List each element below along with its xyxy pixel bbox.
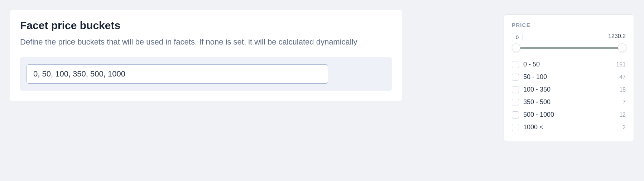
slider-track[interactable] [515, 47, 622, 49]
price-facet-card: PRICE 0 1230.2 0 - 50 151 [504, 14, 634, 142]
slider-handle-max[interactable] [618, 43, 626, 52]
facet-item-label: 350 - 500 [523, 98, 551, 106]
facet-title: PRICE [512, 22, 626, 28]
card-description: Define the price buckets that will be us… [20, 37, 392, 48]
slider-track-wrap [515, 43, 622, 52]
checkbox-icon[interactable] [512, 111, 519, 119]
checkbox-icon[interactable] [512, 86, 519, 93]
checkbox-icon[interactable] [512, 124, 519, 131]
facet-item-count: 47 [619, 74, 626, 80]
checkbox-icon[interactable] [512, 99, 519, 106]
facet-item[interactable]: 50 - 100 47 [512, 71, 626, 83]
page-root: Facet price buckets Define the price buc… [0, 0, 644, 181]
facet-item-label: 100 - 350 [523, 86, 551, 93]
price-buckets-input[interactable] [27, 64, 328, 84]
facet-item[interactable]: 0 - 50 151 [512, 58, 626, 71]
price-slider: 0 1230.2 [512, 33, 626, 54]
slider-max-value: 1230.2 [608, 33, 626, 41]
facet-item[interactable]: 100 - 350 18 [512, 83, 626, 96]
facet-item[interactable]: 350 - 500 7 [512, 96, 626, 108]
card-title: Facet price buckets [20, 19, 392, 32]
slider-handle-min[interactable] [512, 43, 520, 52]
facet-list: 0 - 50 151 50 - 100 47 100 - 350 18 [512, 58, 626, 134]
slider-min-value: 0 [512, 33, 523, 41]
input-container [20, 57, 392, 91]
facet-item-count: 18 [619, 87, 626, 93]
slider-values: 0 1230.2 [512, 33, 626, 41]
facet-item-count: 2 [623, 124, 626, 131]
facet-item-label: 1000 < [523, 124, 543, 131]
facet-item[interactable]: 1000 < 2 [512, 121, 626, 134]
facet-item-label: 50 - 100 [523, 73, 547, 81]
facet-item[interactable]: 500 - 1000 12 [512, 108, 626, 121]
checkbox-icon[interactable] [512, 61, 519, 68]
facet-item-count: 151 [616, 61, 626, 68]
facet-item-count: 7 [623, 99, 626, 106]
facet-item-label: 500 - 1000 [523, 111, 554, 119]
facet-item-count: 12 [619, 112, 626, 118]
facet-buckets-card: Facet price buckets Define the price buc… [10, 10, 402, 101]
facet-item-label: 0 - 50 [523, 61, 540, 68]
checkbox-icon[interactable] [512, 74, 519, 81]
